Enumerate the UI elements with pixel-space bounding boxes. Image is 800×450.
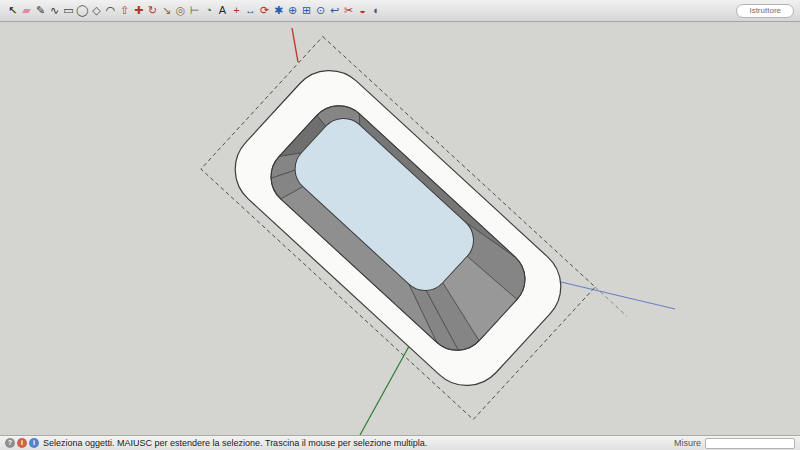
section-tool-icon[interactable]: ✂ — [342, 2, 355, 19]
toolbar: ↖▰✎∿▭◯◇◠⇧✚↻↘◎⊢◔A+↔⟳✱⊕⊞⊙↩✂◒◐ Istruttore — [0, 0, 800, 22]
styles-tool-icon[interactable]: ◐ — [370, 2, 383, 19]
eraser-tool-icon[interactable]: ▰ — [20, 2, 33, 19]
push-pull-tool-icon[interactable]: ⇧ — [118, 2, 131, 19]
info-warning-status-icon[interactable]: i — [17, 438, 27, 448]
status-icons: ?ii — [5, 438, 39, 448]
zoom-tool-icon[interactable]: ⊕ — [286, 2, 299, 19]
zoom-extents-tool-icon[interactable]: ⊙ — [314, 2, 327, 19]
text-tool-icon[interactable]: A — [216, 2, 229, 19]
line-tool-icon[interactable]: ✎ — [34, 2, 47, 19]
axes-tool-icon[interactable]: + — [230, 2, 243, 19]
protractor-tool-icon[interactable]: ◔ — [202, 2, 215, 19]
sketchup-window: ↖▰✎∿▭◯◇◠⇧✚↻↘◎⊢◔A+↔⟳✱⊕⊞⊙↩✂◒◐ Istruttore — [0, 0, 800, 450]
rotate-tool-icon[interactable]: ↻ — [146, 2, 159, 19]
red-axis-line — [292, 28, 298, 62]
info-status-icon[interactable]: i — [29, 438, 39, 448]
select-tool-icon[interactable]: ↖ — [6, 2, 19, 19]
rectangle-tool-icon[interactable]: ▭ — [62, 2, 75, 19]
status-message: Seleziona oggetti. MAIUSC per estendere … — [43, 438, 427, 448]
offset-tool-icon[interactable]: ◎ — [174, 2, 187, 19]
polygon-tool-icon[interactable]: ◇ — [90, 2, 103, 19]
measurements-label: Misure — [674, 438, 701, 448]
dimensions-tool-icon[interactable]: ↔ — [244, 2, 257, 19]
viewport[interactable] — [0, 22, 800, 435]
scale-tool-icon[interactable]: ↘ — [160, 2, 173, 19]
freehand-tool-icon[interactable]: ∿ — [48, 2, 61, 19]
status-bar: ?ii Seleziona oggetti. MAIUSC per estend… — [0, 435, 800, 450]
tape-measure-tool-icon[interactable]: ⊢ — [188, 2, 201, 19]
orbit-tool-icon[interactable]: ⟳ — [258, 2, 271, 19]
paint-tool-icon[interactable]: ◒ — [356, 2, 369, 19]
previous-view-tool-icon[interactable]: ↩ — [328, 2, 341, 19]
instructor-button[interactable]: Istruttore — [736, 4, 794, 18]
model-canvas[interactable] — [0, 22, 800, 435]
measurements-input[interactable] — [705, 438, 795, 449]
bathtub-model[interactable] — [201, 37, 627, 435]
circle-tool-icon[interactable]: ◯ — [76, 2, 89, 19]
help-status-icon[interactable]: ? — [5, 438, 15, 448]
pan-tool-icon[interactable]: ✱ — [272, 2, 285, 19]
toolbar-icons: ↖▰✎∿▭◯◇◠⇧✚↻↘◎⊢◔A+↔⟳✱⊕⊞⊙↩✂◒◐ — [6, 2, 383, 19]
zoom-window-tool-icon[interactable]: ⊞ — [300, 2, 313, 19]
move-tool-icon[interactable]: ✚ — [132, 2, 145, 19]
arc-tool-icon[interactable]: ◠ — [104, 2, 117, 19]
